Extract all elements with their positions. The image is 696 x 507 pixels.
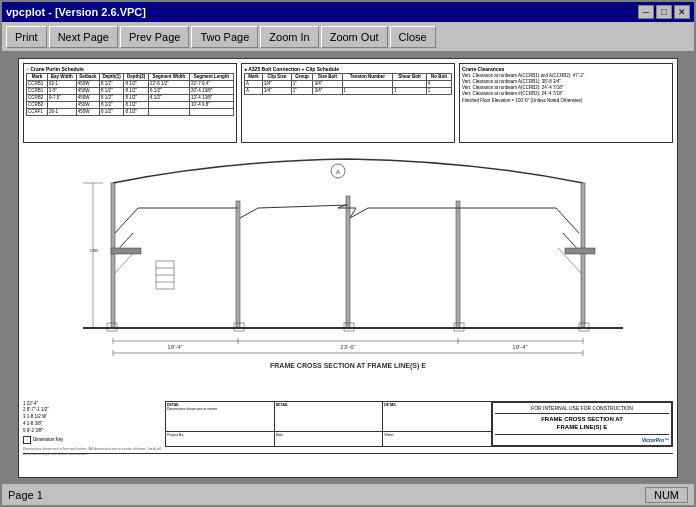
purlin-schedule-table: MarkBay WidthSetbackDepth(1)Depth(2)Segm…	[26, 73, 234, 116]
structural-svg: CRB 19'-4"	[23, 149, 673, 397]
for-internal-text: FOR INTERNAL USE FOR CONSTRUCTION	[495, 405, 669, 414]
num-indicator: NUM	[645, 487, 688, 503]
main-structural-drawing: CRB 19'-4"	[23, 149, 673, 397]
note-4: 4 1-8 3/8"	[23, 421, 163, 428]
note-6: Dimension Key	[23, 436, 163, 444]
close-drawing-button[interactable]: Close	[390, 26, 436, 48]
maximize-button[interactable]: □	[656, 5, 672, 19]
two-page-button[interactable]: Two Page	[191, 26, 258, 48]
svg-rect-18	[565, 248, 595, 254]
print-button[interactable]: Print	[6, 26, 47, 48]
svg-text:CRB: CRB	[90, 248, 99, 253]
svg-rect-11	[456, 201, 460, 328]
svg-text:A: A	[336, 169, 340, 175]
svg-rect-10	[346, 196, 350, 328]
logo-area: VictorPro™	[495, 434, 669, 443]
content-area: ○ Crane Purlin Schedule MarkBay WidthSet…	[2, 52, 694, 483]
svg-text:19'-4": 19'-4"	[512, 344, 527, 350]
svg-rect-16	[111, 248, 141, 254]
bolt-schedule-title: ● A325 Bolt Connection + Clip Schedule	[244, 66, 452, 72]
title-block-inner: DETAIL Dimensions shown are to center DE…	[166, 402, 672, 446]
close-button[interactable]: ✕	[674, 5, 690, 19]
svg-text:FRAME CROSS SECTION AT FRAME L: FRAME CROSS SECTION AT FRAME LINE(S) E	[270, 362, 426, 370]
minimize-button[interactable]: ─	[638, 5, 654, 19]
title-main-block: FOR INTERNAL USE FOR CONSTRUCTION FRAME …	[492, 402, 672, 446]
crane-purlin-schedule: ○ Crane Purlin Schedule MarkBay WidthSet…	[23, 63, 237, 143]
svg-rect-8	[581, 183, 585, 328]
clearances-title: Crane Clearances	[462, 66, 670, 72]
status-bar: Page 1 NUM	[2, 483, 694, 505]
zoom-out-button[interactable]: Zoom Out	[321, 26, 388, 48]
zoom-in-button[interactable]: Zoom In	[260, 26, 318, 48]
schedule-area: ○ Crane Purlin Schedule MarkBay WidthSet…	[23, 63, 673, 143]
window-title: vpcplot - [Version 2.6.VPC]	[6, 6, 146, 18]
note-2: 2 8'-7"-1 1/2"	[23, 407, 163, 414]
title-bar: vpcplot - [Version 2.6.VPC] ─ □ ✕	[2, 2, 694, 22]
bolt-schedule: ● A325 Bolt Connection + Clip Schedule M…	[241, 63, 455, 143]
drawing-title: FRAME CROSS SECTION ATFRAME LINE(S) E	[495, 416, 669, 432]
note-3: 3 1-8 1/2 W'	[23, 414, 163, 421]
svg-rect-9	[236, 201, 240, 328]
note-5: 5 9'-2 3/8"	[23, 428, 163, 435]
clearance-text: Vert. Clearance at runbeam A(CCRB1) and …	[462, 73, 670, 104]
svg-text:19'-4": 19'-4"	[167, 344, 182, 350]
bottom-border	[23, 453, 673, 473]
window-controls: ─ □ ✕	[638, 5, 690, 19]
toolbar: Print Next Page Prev Page Two Page Zoom …	[2, 22, 694, 52]
main-window: vpcplot - [Version 2.6.VPC] ─ □ ✕ Print …	[0, 0, 696, 507]
title-block: DETAIL Dimensions shown are to center DE…	[165, 401, 673, 447]
svg-rect-7	[111, 183, 115, 328]
drawing-page: ○ Crane Purlin Schedule MarkBay WidthSet…	[18, 58, 678, 478]
notes-area: 1 22'-4" 2 8'-7"-1 1/2" 3 1-8 1/2 W' 4 1…	[23, 401, 673, 447]
purlin-schedule-title: ○ Crane Purlin Schedule	[26, 66, 234, 72]
note-1: 1 22'-4"	[23, 401, 163, 408]
prev-page-button[interactable]: Prev Page	[120, 26, 189, 48]
next-page-button[interactable]: Next Page	[49, 26, 118, 48]
bolt-schedule-table: MarkClip SizeGroupSize BoltTension Numbe…	[244, 73, 452, 95]
page-indicator: Page 1	[8, 489, 43, 501]
notes-list: 1 22'-4" 2 8'-7"-1 1/2" 3 1-8 1/2 W' 4 1…	[23, 401, 163, 447]
svg-text:23'-6": 23'-6"	[340, 344, 355, 350]
crane-clearances: Crane Clearances Vert. Clearance at runb…	[459, 63, 673, 143]
